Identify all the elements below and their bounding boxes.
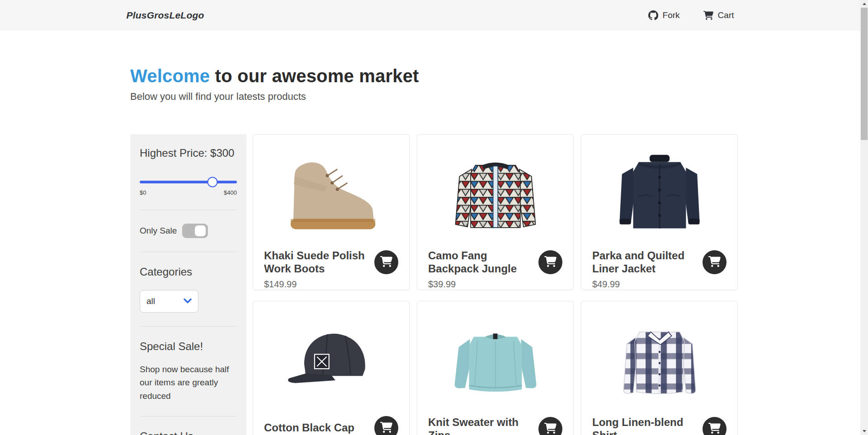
product-price: $39.99 (428, 279, 562, 290)
product-card: Camo Fang Backpack Jungle $39.99 (417, 134, 574, 290)
add-to-cart-button[interactable] (703, 250, 726, 274)
cart-plus-icon (708, 423, 721, 435)
add-to-cart-button[interactable] (703, 417, 726, 435)
product-card: Parka and Quilted Liner Jacket $49.99 (581, 134, 738, 290)
add-to-cart-button[interactable] (374, 416, 398, 435)
filter-sidebar: Highest Price: $300 $0 $400 Only Sale (130, 134, 246, 435)
product-card: Long Linen-blend Shirt $18.99 (581, 301, 738, 435)
vertical-scrollbar (860, 0, 868, 435)
cart-link[interactable]: Cart (703, 10, 734, 20)
product-title: Camo Fang Backpack Jungle (428, 249, 532, 276)
product-price: $49.99 (592, 279, 726, 290)
add-to-cart-button[interactable] (538, 250, 562, 274)
product-title: Khaki Suede Polish Work Boots (264, 249, 368, 276)
product-image-shirt (592, 311, 726, 407)
product-image-camo-jacket (428, 145, 562, 240)
page-title-highlight: Welcome (130, 66, 210, 86)
product-price: $149.99 (264, 279, 398, 290)
product-title: Cotton Black Cap (264, 421, 354, 435)
top-navbar: PlusGrosLeLogo Fork Cart (0, 0, 860, 31)
scrollbar-up-arrow[interactable] (860, 0, 868, 8)
only-sale-toggle-knob (195, 225, 206, 236)
only-sale-toggle[interactable] (182, 224, 208, 238)
product-card: Knit Sweater with Zips $29.99 (417, 301, 574, 435)
hero-section: Welcome to our awesome market Below you … (130, 66, 738, 103)
categories-label: Categories (140, 266, 237, 278)
product-title: Knit Sweater with Zips (428, 416, 532, 435)
page: PlusGrosLeLogo Fork Cart Welcome (0, 0, 868, 435)
page-title: Welcome to our awesome market (130, 66, 738, 86)
product-grid: Khaki Suede Polish Work Boots $149.99 (253, 134, 738, 435)
product-card: Khaki Suede Polish Work Boots $149.99 (253, 134, 410, 290)
cart-plus-icon (544, 423, 557, 435)
product-image-parka (592, 145, 726, 240)
product-image-cap (264, 311, 398, 407)
page-subtitle: Below you will find your latests product… (130, 91, 738, 103)
price-max-label: $400 (224, 189, 237, 196)
contact-title: Contact Us (140, 430, 237, 435)
product-title: Parka and Quilted Liner Jacket (592, 249, 696, 276)
add-to-cart-button[interactable] (538, 417, 562, 435)
fork-link[interactable]: Fork (648, 10, 680, 20)
product-image-sweater (428, 311, 562, 407)
chevron-down-icon (184, 297, 192, 305)
add-to-cart-button[interactable] (374, 250, 398, 274)
cart-plus-icon (380, 256, 392, 268)
github-icon (648, 10, 658, 20)
divider (140, 210, 237, 210)
category-select-value: all (146, 296, 155, 306)
cart-plus-icon (380, 422, 392, 434)
scrollbar-thumb[interactable] (861, 8, 868, 140)
cart-label: Cart (718, 10, 734, 20)
cart-icon (703, 11, 713, 20)
price-slider[interactable] (140, 177, 237, 187)
page-title-rest: to our awesome market (210, 66, 419, 86)
only-sale-label: Only Sale (140, 226, 177, 236)
price-slider-track[interactable] (140, 181, 237, 183)
category-select[interactable]: all (140, 290, 198, 313)
divider (140, 252, 237, 252)
product-image-boots (264, 145, 398, 240)
special-sale-text: Shop now because half our items are grea… (140, 363, 230, 402)
brand-logo[interactable]: PlusGrosLeLogo (127, 10, 204, 21)
product-card: Cotton Black Cap $12.99 (253, 301, 410, 435)
divider (140, 326, 237, 327)
product-title: Long Linen-blend Shirt (592, 416, 696, 435)
price-filter-label: Highest Price: $300 (140, 147, 237, 159)
special-sale-title: Special Sale! (140, 340, 237, 353)
cart-plus-icon (544, 256, 557, 268)
price-min-label: $0 (140, 189, 146, 196)
price-slider-thumb[interactable] (208, 177, 218, 187)
fork-label: Fork (663, 10, 680, 20)
divider (140, 416, 237, 416)
cart-plus-icon (708, 256, 721, 268)
scrollbar-down-arrow[interactable] (860, 427, 868, 435)
